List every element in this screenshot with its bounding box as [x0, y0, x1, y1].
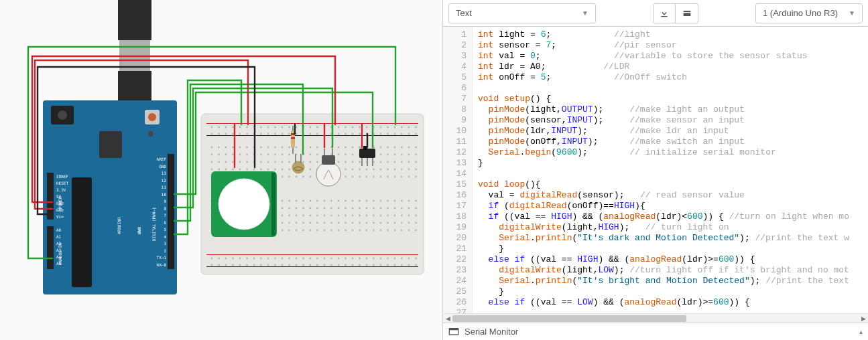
code-body[interactable]: int light = 6; //lightint sensor = 7; //…	[473, 27, 868, 313]
code-line[interactable]: digitalWrite(light,LOW); //turn light of…	[478, 265, 863, 276]
code-line[interactable]: pinMode(sensor,INPUT); //make sensor an …	[478, 115, 863, 126]
svg-point-71	[415, 258, 417, 260]
code-line[interactable]: pinMode(onOff,INPUT); //make switch an i…	[478, 137, 863, 147]
code-line[interactable]: if ((val == HIGH) && (analogRead(ldr)<60…	[478, 211, 863, 222]
svg-point-55	[359, 258, 361, 260]
code-line[interactable]: else if ((val == LOW) && (analogRead(ldr…	[478, 297, 863, 308]
code-line[interactable]: void loop(){	[478, 179, 863, 190]
line-number: 26	[446, 297, 467, 308]
code-line[interactable]: pinMode(light,OUTPUT); //make light an o…	[478, 104, 863, 115]
svg-point-219	[401, 161, 403, 163]
code-line[interactable]: int light = 6; //light	[478, 29, 863, 40]
horizontal-scrollbar[interactable]: ◀ ▶	[443, 313, 868, 323]
svg-point-64	[394, 126, 396, 129]
arduino-uno[interactable]: ARDUINO UNO DIGITAL (PWM~) ANALOG IN POW…	[43, 100, 177, 294]
svg-point-151	[345, 147, 347, 149]
power-header[interactable]	[47, 173, 54, 220]
pin-label: 10	[162, 192, 167, 197]
code-line[interactable]: int onOff = 5; //OnOff switch	[478, 72, 863, 83]
svg-point-78	[232, 133, 234, 135]
svg-point-426	[380, 230, 382, 232]
code-line[interactable]: pinMode(ldr,INPUT); //make ldr an input	[478, 126, 863, 137]
code-line[interactable]	[478, 83, 863, 94]
code-line[interactable]: }	[478, 158, 863, 169]
code-line[interactable]: int sensor = 7; //pir sensor	[478, 40, 863, 51]
library-button[interactable]	[676, 3, 698, 23]
analog-header[interactable]	[47, 226, 54, 269]
svg-point-356	[310, 215, 312, 217]
serial-monitor-toggle[interactable]: Serial Monitor ▴	[443, 323, 868, 340]
svg-point-170	[267, 154, 269, 156]
digital-header[interactable]	[168, 154, 174, 269]
svg-point-5	[148, 131, 153, 137]
scroll-thumb[interactable]	[452, 315, 686, 322]
caret-down-icon: ▼	[574, 9, 588, 17]
code-line[interactable]: Serial.println("It's bright and Motion D…	[478, 276, 863, 286]
slide-switch[interactable]	[359, 146, 375, 166]
svg-point-57	[366, 258, 368, 260]
pir-sensor[interactable]	[211, 171, 277, 237]
svg-point-90	[274, 133, 276, 135]
code-line[interactable]: digitalWrite(light,HIGH); // turn light …	[478, 222, 863, 233]
svg-point-416	[310, 230, 312, 232]
line-number: 5	[446, 72, 467, 83]
svg-point-14	[218, 126, 220, 129]
code-line[interactable]: Serial.println("It's dark and Motion Det…	[478, 233, 863, 244]
line-number: 8	[446, 104, 467, 115]
svg-point-292	[282, 200, 284, 202]
svg-point-297	[316, 200, 318, 202]
code-line[interactable]: int ldr = A0; //LDR	[478, 62, 863, 72]
svg-point-430	[408, 230, 410, 232]
code-line[interactable]: void setup() {	[478, 94, 863, 104]
code-line[interactable]: if (digitalRead(onOff)==HIGH){	[478, 201, 863, 211]
svg-point-300	[338, 200, 340, 202]
download-button[interactable]	[653, 3, 676, 23]
code-line[interactable]: Serial.begin(9600); // initialize serial…	[478, 147, 863, 158]
scroll-left-arrow[interactable]: ◀	[443, 315, 452, 322]
svg-point-182	[352, 154, 354, 156]
svg-point-203	[288, 161, 290, 163]
code-line[interactable]	[478, 308, 863, 313]
code-editor[interactable]: 1234567891011121314151617181920212223242…	[443, 27, 868, 313]
svg-point-354	[296, 215, 298, 217]
code-mode-dropdown[interactable]: Text ▼	[448, 3, 596, 23]
code-line[interactable]: else if ((val == HIGH) && (analogRead(ld…	[478, 254, 863, 265]
svg-point-99	[302, 264, 304, 266]
svg-point-247	[387, 169, 389, 171]
code-line[interactable]: int val = 0; //variable to store the sen…	[478, 51, 863, 62]
svg-point-399	[401, 222, 403, 224]
circuit-canvas[interactable]: ARDUINO UNO DIGITAL (PWM~) ANALOG IN POW…	[0, 0, 442, 340]
svg-point-280	[408, 176, 410, 178]
svg-rect-440	[291, 137, 295, 139]
svg-point-35	[288, 258, 290, 260]
svg-point-302	[352, 200, 354, 202]
svg-point-360	[338, 215, 340, 217]
svg-point-30	[274, 126, 276, 129]
line-number: 13	[446, 158, 467, 169]
svg-point-129	[408, 264, 410, 266]
svg-point-125	[394, 264, 396, 266]
svg-rect-9	[206, 135, 418, 136]
code-line[interactable]	[478, 169, 863, 179]
pin-label: A5	[56, 261, 62, 266]
svg-point-123	[387, 264, 389, 266]
svg-point-92	[282, 133, 284, 135]
code-line[interactable]: }	[478, 244, 863, 254]
svg-point-217	[387, 161, 389, 163]
svg-point-60	[380, 126, 382, 129]
board-dropdown[interactable]: 1 (Arduino Uno R3) ▼	[755, 3, 863, 23]
svg-point-50	[345, 126, 347, 129]
svg-point-130	[415, 133, 417, 135]
digital-label: DIGITAL (PWM~)	[151, 207, 156, 241]
svg-point-369	[401, 215, 403, 217]
code-line[interactable]: }	[478, 286, 863, 297]
svg-point-401	[415, 222, 417, 224]
pin-label: 3	[164, 241, 166, 246]
svg-point-311	[415, 200, 417, 202]
svg-point-110	[345, 133, 347, 135]
download-icon	[659, 8, 670, 19]
scroll-right-arrow[interactable]: ▶	[859, 315, 868, 322]
code-line[interactable]: val = digitalRead(sensor); // read senso…	[478, 190, 863, 201]
svg-point-94	[288, 133, 290, 135]
line-number: 25	[446, 286, 467, 297]
